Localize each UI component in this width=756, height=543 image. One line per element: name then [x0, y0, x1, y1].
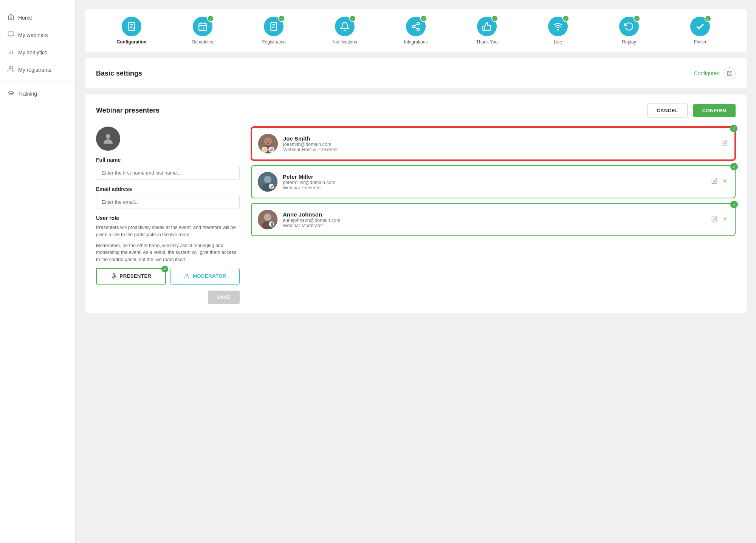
svg-point-23 [558, 29, 558, 30]
wizard-label-finish: Finish [694, 39, 706, 45]
presenter-name-peter: Peter Miller [283, 173, 705, 180]
user-role-title: User role [96, 215, 240, 221]
svg-text:🎤: 🎤 [270, 184, 274, 188]
registrants-icon [8, 66, 14, 74]
presenter-card-joe-smith[interactable]: ✓ 🔑 🎤 [251, 127, 736, 161]
confirm-button[interactable]: CONFIRM [693, 104, 736, 117]
sidebar-item-analytics[interactable]: My analytics [0, 44, 75, 61]
analytics-icon [8, 48, 14, 57]
presenters-card: Webinar presenters CANCEL CONFIRM Full n… [85, 94, 747, 313]
sidebar-divider [0, 82, 75, 82]
wizard-circle-notifications: ✓ [335, 17, 355, 36]
svg-point-4 [9, 67, 11, 69]
wizard-step-configuration[interactable]: Configuration [96, 17, 167, 45]
wizard-check-notifications: ✓ [349, 15, 356, 22]
svg-point-32 [264, 176, 271, 183]
sidebar-item-my-webinars[interactable]: My webinars [0, 26, 75, 44]
presenter-actions-peter [711, 177, 729, 186]
basic-settings-edit-button[interactable] [723, 67, 736, 79]
presenter-name-joe: Joe Smith [283, 135, 716, 142]
moderator-role-button[interactable]: MODERATOR [170, 268, 240, 285]
wizard-circle-replay: ✓ [619, 17, 639, 36]
save-btn-row: SAVE [96, 291, 240, 304]
wizard-circle-integrations: ✓ [406, 17, 426, 36]
svg-point-39 [264, 213, 271, 221]
save-button[interactable]: SAVE [208, 291, 240, 304]
presenter-email-anne: annejohnson@domain.com [283, 218, 705, 223]
svg-point-25 [186, 274, 188, 276]
presenter-card-check-joe: ✓ [730, 125, 737, 132]
wizard-check-thank-you: ✓ [491, 15, 498, 22]
presenters-title: Webinar presenters [96, 107, 160, 114]
fullname-input[interactable] [96, 166, 240, 180]
presenter-role-joe: Webinar Host & Presenter [283, 147, 716, 152]
wizard-check-integrations: ✓ [420, 15, 427, 22]
email-input[interactable] [96, 195, 240, 209]
basic-settings-title: Basic settings [96, 70, 142, 77]
wizard-circle-schedules: 17 ✓ [193, 17, 212, 36]
wizard-label-replay: Replay [622, 39, 636, 45]
wizard-step-replay[interactable]: ✓ Replay [593, 17, 665, 45]
wizard-step-schedules[interactable]: 17 ✓ Schedules [167, 17, 238, 45]
presenter-actions-anne [711, 215, 729, 224]
presenter-role-anne: Webinar Moderator [283, 223, 705, 228]
add-presenter-form: Full name Email address User role Presen… [96, 127, 240, 304]
wizard-step-registration[interactable]: ✓ Registration [238, 17, 309, 45]
edit-peter-button[interactable] [711, 177, 718, 186]
wizard-check-live: ✓ [562, 15, 569, 22]
svg-point-19 [412, 25, 415, 28]
presenter-role-button[interactable]: PRESENTER ✓ [96, 268, 166, 285]
presenters-list: ✓ 🔑 🎤 [251, 127, 736, 304]
sidebar-item-training[interactable]: Training [0, 85, 75, 102]
wizard-check-registration: ✓ [278, 15, 285, 22]
presenter-avatar-joe: 🔑 🎤 [258, 134, 278, 153]
svg-point-20 [417, 28, 420, 31]
webinars-icon [8, 31, 14, 39]
svg-point-24 [106, 134, 110, 139]
wizard-label-configuration: Configuration [117, 39, 147, 45]
presenter-email-joe: joesmith@domain.com [283, 142, 716, 147]
edit-joe-button[interactable] [721, 139, 728, 148]
wizard-step-integrations[interactable]: ✓ Integrations [380, 17, 451, 45]
basic-settings-header: Basic settings Configured [96, 67, 736, 79]
cancel-button[interactable]: CANCEL [647, 104, 688, 118]
presenter-role-check: ✓ [161, 266, 168, 272]
role-buttons: PRESENTER ✓ MODERATOR [96, 268, 240, 285]
wizard-check-replay: ✓ [634, 15, 640, 22]
joe-thumb-icons: 🔑 🎤 [262, 147, 274, 153]
presenter-email-peter: petermiller@domain.com [283, 180, 705, 185]
step-wizard: Configuration 17 ✓ Schedules [85, 9, 747, 52]
sidebar-item-analytics-label: My analytics [18, 50, 47, 56]
presenters-header: Webinar presenters CANCEL CONFIRM [96, 104, 736, 118]
svg-point-18 [417, 22, 420, 25]
mic-icon-small: 🎤 [268, 147, 274, 153]
wizard-label-live: Live [554, 39, 562, 45]
svg-line-21 [414, 27, 417, 29]
wizard-circle-finish: ✓ [690, 17, 710, 36]
sidebar-item-registrants[interactable]: My registrants [0, 61, 75, 79]
sidebar: Home My webinars My analytics [0, 0, 76, 543]
wizard-circle-thank-you: ✓ [477, 17, 497, 36]
svg-rect-0 [8, 32, 14, 36]
presenter-card-peter-miller[interactable]: ✓ 🎤 Peter Miller petermille [251, 165, 736, 198]
svg-point-29 [266, 141, 267, 142]
wizard-label-integrations: Integrations [404, 39, 428, 45]
delete-peter-button[interactable] [721, 177, 729, 186]
presenters-body: Full name Email address User role Presen… [96, 127, 736, 304]
svg-line-22 [414, 24, 417, 26]
wizard-step-live[interactable]: ✓ Live [522, 17, 593, 45]
sidebar-item-home[interactable]: Home [0, 9, 75, 26]
delete-anne-button[interactable] [721, 215, 729, 224]
basic-settings-status: Configured [694, 67, 736, 79]
wizard-step-notifications[interactable]: ✓ Notifications [309, 17, 380, 45]
key-icon-small: 🔑 [262, 147, 268, 153]
presenter-card-anne-johnson[interactable]: ✓ 👤 Anne Johnson annejohnso [251, 203, 736, 236]
avatar-placeholder [96, 127, 120, 151]
svg-text:👤: 👤 [270, 222, 274, 226]
wizard-step-finish[interactable]: ✓ Finish [665, 17, 736, 45]
wizard-label-thank-you: Thank You [476, 39, 498, 45]
edit-anne-button[interactable] [711, 215, 718, 224]
wizard-step-thank-you[interactable]: ✓ Thank You [451, 17, 522, 45]
wizard-label-schedules: Schedules [192, 39, 213, 45]
fullname-label: Full name [96, 157, 240, 163]
